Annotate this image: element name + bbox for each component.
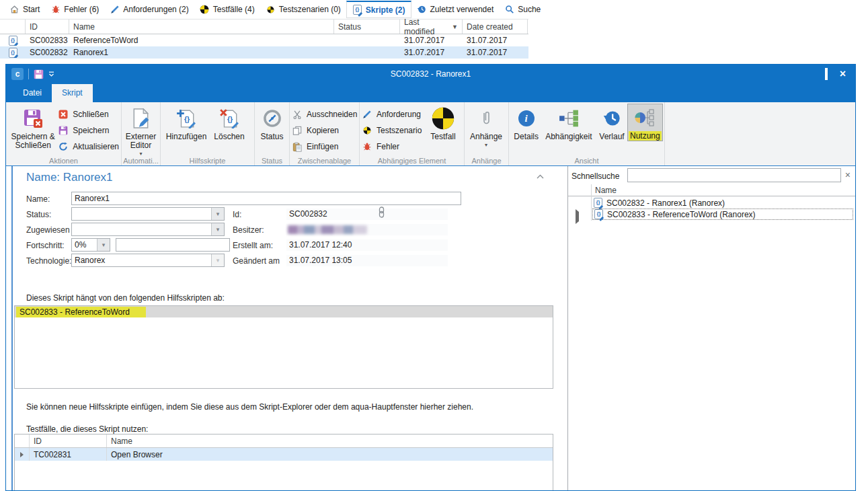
close-red-icon <box>58 109 69 120</box>
header-marker-column <box>15 435 30 447</box>
result-label: SC002833 - ReferenceToWord (Ranorex) <box>607 210 756 219</box>
tab-datei[interactable]: Datei <box>13 84 52 102</box>
details-button[interactable]: i Details <box>511 104 541 141</box>
name-field[interactable] <box>71 192 461 205</box>
info-icon: i <box>518 106 535 130</box>
dependencies-list[interactable]: SC002833 - ReferenceToWord <box>14 305 553 389</box>
qat-dropdown-icon[interactable] <box>48 71 54 77</box>
progress-select[interactable]: 0% ▾ <box>71 238 110 252</box>
add-testcase-button[interactable]: Testfall <box>426 104 460 141</box>
external-editor-button[interactable]: Externer Editor ▾ <box>124 104 158 156</box>
search-icon <box>504 5 514 15</box>
header-name[interactable]: Name <box>69 20 334 34</box>
header-icon-column <box>0 20 26 34</box>
divider <box>591 184 592 221</box>
add-testscenario-button[interactable]: Testszenario <box>362 125 426 136</box>
script-icon <box>9 36 17 46</box>
chevron-down-icon: ▾ <box>139 152 142 156</box>
cell-name: Open Browser <box>107 448 553 461</box>
dependencies-label: Dieses Skript hängt von den folgenden Hi… <box>26 293 225 303</box>
nav-item-anforderungen[interactable]: Anforderungen (2) <box>104 1 194 18</box>
nav-item-zuletzt-verwendet[interactable]: Zuletzt verwendet <box>411 1 500 18</box>
copy-button[interactable]: Kopieren <box>292 125 357 136</box>
header-date-created[interactable]: Date created <box>463 20 528 34</box>
tab-skript[interactable]: Skript <box>52 84 93 102</box>
progress-note-field[interactable] <box>116 238 230 252</box>
button-label: Externer Editor <box>124 133 158 150</box>
titlebar[interactable]: SC002832 - Ranorex1 c × <box>6 65 855 83</box>
cell-date-created: 31.07.2017 <box>463 48 528 57</box>
add-requirement-button[interactable]: Anforderung <box>362 109 426 120</box>
save-button[interactable]: Speichern <box>58 125 119 136</box>
ribbon-group-hilfsskripte: {} Hinzufügen {} Löschen Hilfsskripte <box>161 102 255 165</box>
list-item[interactable]: SC002833 - ReferenceToWord <box>15 306 553 317</box>
nav-item-fehler[interactable]: Fehler (6) <box>45 1 104 18</box>
group-label: Automati... <box>122 157 160 165</box>
button-label: Schließen <box>73 110 108 119</box>
refresh-button[interactable]: Aktualisieren <box>58 141 119 152</box>
dependency-tree-icon <box>559 106 579 130</box>
main-navigation: Start Fehler (6) Anforderungen (2) Testf… <box>0 0 868 19</box>
quicksearch-column-header[interactable]: Name <box>568 184 855 196</box>
header-last-modified[interactable]: Last modified▼ <box>400 20 463 34</box>
collapse-icon[interactable] <box>537 174 544 179</box>
clear-search-icon[interactable]: × <box>845 170 851 180</box>
maximize-icon[interactable] <box>825 69 828 79</box>
dependency-button[interactable]: Abhängigkeit <box>541 104 596 141</box>
close-icon[interactable]: × <box>840 69 846 79</box>
quicksearch-input[interactable] <box>627 168 841 182</box>
nav-item-testszenarien[interactable]: Testszenarien (0) <box>260 1 346 18</box>
button-label: Status <box>260 133 283 141</box>
quicksearch-panel: Schnellsuche × Name SC002832 - Ranorex1 … <box>568 166 855 490</box>
cut-scissors-icon <box>292 109 303 120</box>
header-status[interactable]: Status <box>334 20 400 34</box>
table-row[interactable]: SC002833 ReferenceToWord 31.07.2017 31.0… <box>0 34 528 46</box>
add-helper-script-button[interactable]: {} Hinzufügen <box>163 104 210 141</box>
quick-save-icon[interactable] <box>34 69 44 79</box>
nav-item-start[interactable]: Start <box>4 1 45 18</box>
table-row-selected[interactable]: SC002832 Ranorex1 31.07.2017 31.07.2017 <box>0 46 528 59</box>
header-id[interactable]: ID <box>30 435 107 447</box>
testscenario-pie-icon <box>362 125 372 136</box>
nav-item-testfaelle[interactable]: Testfälle (4) <box>194 1 260 18</box>
button-label: Kopieren <box>307 126 339 135</box>
name-label: Name: <box>26 194 50 204</box>
testcase-pie-icon <box>200 5 210 15</box>
testcases-header: ID Name <box>15 435 553 448</box>
header-id[interactable]: ID <box>26 20 69 34</box>
add-defect-button[interactable]: Fehler <box>362 141 426 152</box>
usage-button[interactable]: Nutzung <box>627 104 663 141</box>
delete-helper-script-button[interactable]: {} Löschen <box>210 104 249 141</box>
table-row-selected[interactable]: TC002831 Open Browser <box>15 448 553 461</box>
paste-button[interactable]: Einfügen <box>292 141 357 152</box>
list-item[interactable]: SC002832 - Ranorex1 (Ranorex) <box>592 197 853 209</box>
status-select[interactable]: ▾ <box>71 207 225 221</box>
history-icon <box>417 5 427 15</box>
history-clock-icon <box>602 106 621 130</box>
screen: Start Fehler (6) Anforderungen (2) Testf… <box>0 0 868 491</box>
cut-button[interactable]: Ausschneiden <box>292 109 357 120</box>
home-icon <box>9 5 19 15</box>
nav-item-skripte[interactable]: Skripte (2) <box>346 1 411 18</box>
group-label: Abhängiges Element <box>360 157 464 165</box>
assigned-select[interactable]: ▾ <box>71 223 225 236</box>
header-name[interactable]: Name <box>107 435 553 447</box>
link-icon[interactable] <box>378 206 385 218</box>
status-button[interactable]: Status <box>257 104 287 141</box>
ribbon-group-status: Status Status <box>255 102 290 165</box>
attachments-button[interactable]: Anhänge ▾ <box>467 104 506 147</box>
cell-name: ReferenceToWord <box>69 36 334 45</box>
testscenario-pie-icon <box>266 5 276 15</box>
list-item-focused[interactable]: SC002833 - ReferenceToWord (Ranorex) <box>592 209 853 220</box>
button-label: Hinzufügen <box>166 133 207 141</box>
history-button[interactable]: Verlauf <box>596 104 627 141</box>
ribbon-group-abhaengiges-element: Anforderung Testszenario Fehler Testfall <box>360 102 465 165</box>
script-editor-window: SC002832 - Ranorex1 c × Datei Skript <box>5 64 856 491</box>
save-and-close-button[interactable]: Speichern & Schließen <box>8 104 58 150</box>
close-button[interactable]: Schließen <box>58 109 119 120</box>
nav-item-suche[interactable]: Suche <box>499 1 546 18</box>
svg-text:{}: {} <box>184 115 190 123</box>
window-controls: × <box>813 69 855 79</box>
id-label: Id: <box>233 210 241 219</box>
requirement-pencil-icon <box>362 109 372 120</box>
